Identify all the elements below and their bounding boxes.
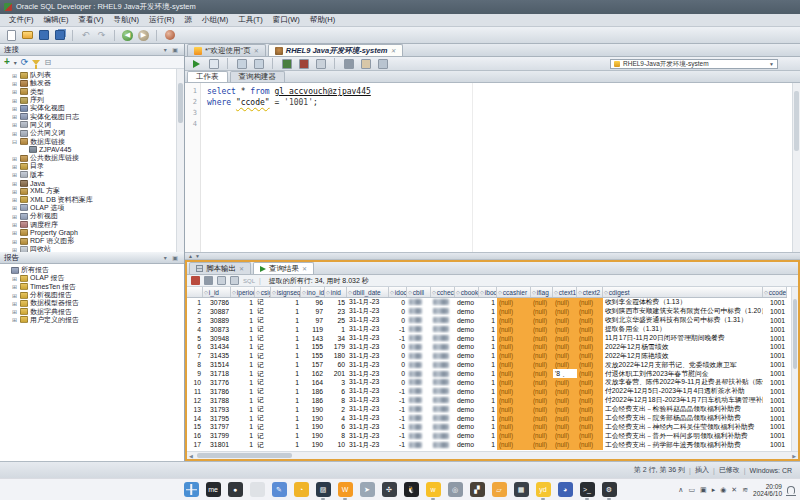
telegram-app[interactable]: ➤ [360,482,375,497]
cell-i_id[interactable]: 30786 [203,298,231,307]
cell-ino_id[interactable]: 119 [301,325,325,334]
scrollbar-thumb[interactable] [197,453,292,458]
cell-i_id[interactable]: 30889 [203,316,231,325]
cell-ccheck[interactable] [431,360,455,369]
cell-idoc[interactable]: -1 [389,325,407,334]
clear-icon[interactable] [359,57,372,70]
redo-icon[interactable]: ↷ [95,29,108,42]
cell-ccashier[interactable]: (null) [497,325,531,334]
cell-inid[interactable]: 23 [325,307,347,316]
folder-orange-app[interactable]: ▱ [492,482,507,497]
cell-ccashier[interactable]: (null) [497,431,531,440]
expander-icon[interactable]: ⊞ [11,113,18,120]
qq-app[interactable]: 🐧 [404,482,419,497]
cell-iflag[interactable]: (null) [531,431,553,440]
cell-iperiod[interactable]: 1 [231,298,255,307]
dark-brown-app[interactable]: ▞ [470,482,485,497]
cell-cbill[interactable] [407,316,431,325]
cell-idoc[interactable]: -1 [389,449,407,450]
run-statement-icon[interactable] [190,57,203,70]
cell-isignseq[interactable]: 1 [271,351,301,360]
forward-navigate-icon[interactable]: ▶ [137,29,150,42]
cell-cbill[interactable] [407,431,431,440]
cell-ibook[interactable]: 1 [479,298,497,307]
report-item[interactable]: ⊞分析视图报告 [0,291,184,299]
expander-icon[interactable]: ⊞ [11,316,18,323]
cell-iflag[interactable]: (null) [531,440,553,449]
column-header-i_id[interactable]: ◇i_id [203,287,231,297]
cell-ino_id[interactable]: 190 [301,449,325,450]
tray-icon-3[interactable]: ▸ [712,486,716,494]
cell-dbill_date[interactable]: 31-1月-23 [347,431,389,440]
cell-csign[interactable]: 记 [255,351,271,360]
report-item[interactable]: ⊞用户定义的报告 [0,316,184,324]
expander-icon[interactable]: ⊞ [11,300,18,307]
cell-cbook[interactable]: demo [455,334,479,343]
cell-dbill_date[interactable]: 31-1月-23 [347,422,389,431]
taskbar-clock[interactable]: 20:09 2024/6/10 [753,483,782,497]
autotrace-icon[interactable] [235,57,248,70]
tree-item[interactable]: ⊞类型 [0,88,184,96]
cell-inid[interactable]: 25 [325,316,347,325]
cell-csign[interactable]: 记 [255,422,271,431]
tree-item[interactable]: ⊞Property Graph [0,229,184,237]
cell-cdigest[interactable]: 工会经费支出－普外一科闫多明领取福利补助费 [603,431,763,440]
cell-i_id[interactable]: 31803 [203,449,231,450]
cell-ctext2[interactable]: (null) [577,351,603,360]
cell-iperiod[interactable]: 1 [231,396,255,405]
cell-csign[interactable]: 记 [255,440,271,449]
tree-item[interactable]: ⊞目录 [0,162,184,170]
cell-ino_id[interactable]: 164 [301,378,325,387]
cell-ino_id[interactable]: 96 [301,298,325,307]
filter-icon[interactable] [32,60,40,65]
cell-ccode[interactable]: 1001 [763,449,787,450]
cell-idoc[interactable]: 0 [389,342,407,351]
cell-i_id[interactable]: 30948 [203,334,231,343]
expander-icon[interactable]: ⊞ [11,171,18,178]
cell-csign[interactable]: 记 [255,307,271,316]
cell-ccheck[interactable] [431,307,455,316]
cell-cdigest[interactable]: 提取备用金（1.31） [603,325,763,334]
cell-csign[interactable]: 记 [255,396,271,405]
cell-ino_id[interactable]: 190 [301,422,325,431]
cell-cbook[interactable]: demo [455,325,479,334]
cell-cbook[interactable]: demo [455,378,479,387]
cell-ctext2[interactable]: (null) [577,369,603,378]
cell-cdigest[interactable]: 工会经费支出－检验科赵晶晶领取福利补助费 [603,405,763,414]
cell-csign[interactable]: 记 [255,378,271,387]
cell-ibook[interactable]: 1 [479,387,497,396]
cell-iflag[interactable]: (null) [531,307,553,316]
table-row[interactable]: 10317761记1164331-1月-230demo1(null)(null)… [187,378,787,387]
sql-tuning-icon[interactable]: SQL [243,278,255,284]
cell-isignseq[interactable]: 1 [271,449,301,450]
cell-dbill_date[interactable]: 31-1月-23 [347,378,389,387]
start-button[interactable] [184,482,199,497]
new-file-icon[interactable] [5,29,18,42]
expander-icon[interactable]: ⊞ [11,308,18,315]
connection-dropdown-icon[interactable]: ▾ [14,59,17,66]
subtab-query-builder[interactable]: 查询构建器 [230,71,286,82]
cell-ctext2[interactable]: (null) [577,316,603,325]
cell-i_id[interactable]: 30873 [203,325,231,334]
cell-ccashier[interactable]: (null) [497,449,531,450]
cell-ccashier[interactable]: (null) [497,360,531,369]
tray-icon-4[interactable]: ◉ [720,486,726,494]
cell-ctext2[interactable]: (null) [577,387,603,396]
cell-dbill_date[interactable]: 31-1月-23 [347,360,389,369]
cell-cdigest[interactable]: 2022年12月杨雪绩效 [603,342,763,351]
cell-cbill[interactable] [407,396,431,405]
cell-inid[interactable]: 12 [325,449,347,450]
menu-item-t[interactable]: 工具(T) [233,15,268,25]
cell-ibook[interactable]: 1 [479,369,497,378]
cell-cbook[interactable]: demo [455,422,479,431]
cell-iflag[interactable]: (null) [531,369,553,378]
cell-dbill_date[interactable]: 31-1月-23 [347,342,389,351]
cell-cdigest[interactable]: 工会经费支出－院务部杨晶晶领取福利补助费 [603,414,763,423]
clock-app[interactable]: ◔ [294,482,309,497]
expander-icon[interactable]: ⊞ [11,180,18,187]
cell-ccashier[interactable]: (null) [497,307,531,316]
expander-icon[interactable]: ⊟ [11,138,18,145]
table-row[interactable]: 1307861记1961531-1月-230demo1(null)(null)(… [187,298,787,307]
table-row[interactable]: 7314351记115518031-1月-230demo1(null)(null… [187,351,787,360]
tray-icon-2[interactable]: ▣ [700,486,707,494]
